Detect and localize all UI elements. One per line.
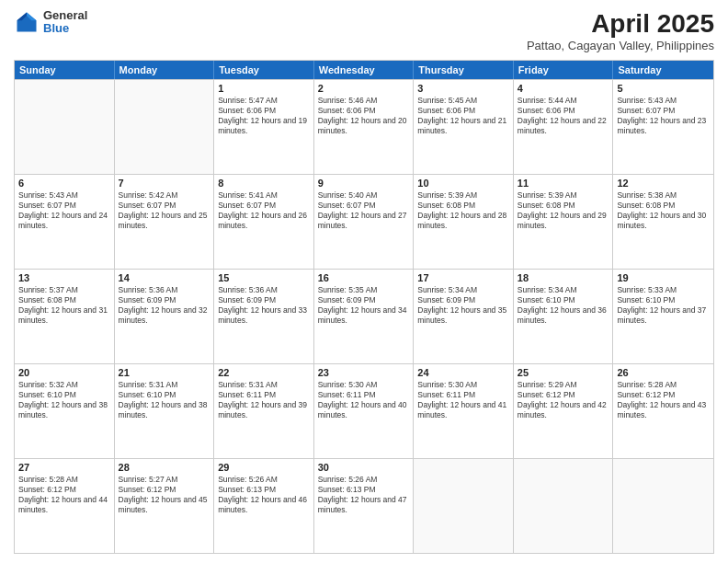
logo-general: General <box>43 9 87 22</box>
header: General Blue April 2025 Pattao, Cagayan … <box>14 9 714 52</box>
calendar-cell: 23Sunrise: 5:30 AM Sunset: 6:11 PM Dayli… <box>314 364 415 458</box>
cell-day-number: 10 <box>417 178 509 189</box>
calendar-cell <box>414 459 514 553</box>
cell-sun-info: Sunrise: 5:26 AM Sunset: 6:13 PM Dayligh… <box>218 475 310 515</box>
cell-day-number: 11 <box>518 178 609 189</box>
calendar-cell: 2Sunrise: 5:46 AM Sunset: 6:06 PM Daylig… <box>314 80 415 174</box>
cell-sun-info: Sunrise: 5:47 AM Sunset: 6:06 PM Dayligh… <box>218 96 310 136</box>
calendar-row-2: 6Sunrise: 5:43 AM Sunset: 6:07 PM Daylig… <box>15 174 713 269</box>
cell-day-number: 7 <box>119 178 210 189</box>
cell-sun-info: Sunrise: 5:26 AM Sunset: 6:13 PM Dayligh… <box>318 475 410 515</box>
cell-sun-info: Sunrise: 5:31 AM Sunset: 6:11 PM Dayligh… <box>218 380 310 420</box>
cell-day-number: 29 <box>218 462 310 473</box>
cell-sun-info: Sunrise: 5:31 AM Sunset: 6:10 PM Dayligh… <box>119 380 210 420</box>
cell-sun-info: Sunrise: 5:38 AM Sunset: 6:08 PM Dayligh… <box>617 190 710 231</box>
cell-sun-info: Sunrise: 5:30 AM Sunset: 6:11 PM Dayligh… <box>417 380 509 420</box>
page: General Blue April 2025 Pattao, Cagayan … <box>0 0 728 563</box>
cell-day-number: 5 <box>617 83 710 94</box>
calendar-cell: 10Sunrise: 5:39 AM Sunset: 6:08 PM Dayli… <box>414 175 514 269</box>
header-day-saturday: Saturday <box>613 61 713 79</box>
cell-day-number: 30 <box>318 462 410 473</box>
cell-day-number: 20 <box>18 367 110 378</box>
month-year: April 2025 <box>527 9 714 39</box>
cell-day-number: 12 <box>617 178 710 189</box>
cell-day-number: 28 <box>119 462 210 473</box>
calendar-cell: 3Sunrise: 5:45 AM Sunset: 6:06 PM Daylig… <box>414 80 514 174</box>
cell-sun-info: Sunrise: 5:43 AM Sunset: 6:07 PM Dayligh… <box>617 96 710 136</box>
cell-day-number: 27 <box>18 462 110 473</box>
calendar-cell: 8Sunrise: 5:41 AM Sunset: 6:07 PM Daylig… <box>214 175 314 269</box>
cell-day-number: 26 <box>617 367 710 378</box>
cell-day-number: 1 <box>218 83 310 94</box>
cell-day-number: 14 <box>119 272 210 283</box>
calendar-cell: 17Sunrise: 5:34 AM Sunset: 6:09 PM Dayli… <box>414 270 514 363</box>
calendar-cell: 19Sunrise: 5:33 AM Sunset: 6:10 PM Dayli… <box>613 270 713 363</box>
calendar-cell: 13Sunrise: 5:37 AM Sunset: 6:08 PM Dayli… <box>15 270 115 363</box>
cell-day-number: 9 <box>318 178 410 189</box>
cell-day-number: 21 <box>119 367 210 378</box>
header-day-friday: Friday <box>514 61 614 79</box>
calendar-cell: 18Sunrise: 5:34 AM Sunset: 6:10 PM Dayli… <box>514 270 614 363</box>
cell-day-number: 3 <box>417 83 509 94</box>
calendar-cell: 7Sunrise: 5:42 AM Sunset: 6:07 PM Daylig… <box>115 175 215 269</box>
title-block: April 2025 Pattao, Cagayan Valley, Phili… <box>527 9 714 52</box>
calendar-row-4: 20Sunrise: 5:32 AM Sunset: 6:10 PM Dayli… <box>15 363 713 458</box>
calendar-row-5: 27Sunrise: 5:28 AM Sunset: 6:12 PM Dayli… <box>15 458 713 553</box>
calendar-body: 1Sunrise: 5:47 AM Sunset: 6:06 PM Daylig… <box>15 79 713 553</box>
cell-sun-info: Sunrise: 5:42 AM Sunset: 6:07 PM Dayligh… <box>119 190 210 231</box>
calendar-cell: 24Sunrise: 5:30 AM Sunset: 6:11 PM Dayli… <box>414 364 514 458</box>
cell-sun-info: Sunrise: 5:46 AM Sunset: 6:06 PM Dayligh… <box>318 96 410 136</box>
cell-sun-info: Sunrise: 5:29 AM Sunset: 6:12 PM Dayligh… <box>518 380 609 420</box>
cell-day-number: 2 <box>318 83 410 94</box>
calendar-cell: 9Sunrise: 5:40 AM Sunset: 6:07 PM Daylig… <box>314 175 415 269</box>
calendar-cell <box>514 459 614 553</box>
cell-sun-info: Sunrise: 5:33 AM Sunset: 6:10 PM Dayligh… <box>617 285 710 326</box>
logo-blue: Blue <box>43 22 87 35</box>
calendar-header: SundayMondayTuesdayWednesdayThursdayFrid… <box>15 61 713 79</box>
header-day-monday: Monday <box>115 61 215 79</box>
cell-day-number: 8 <box>218 178 310 189</box>
calendar-cell: 28Sunrise: 5:27 AM Sunset: 6:12 PM Dayli… <box>115 459 215 553</box>
calendar-cell: 21Sunrise: 5:31 AM Sunset: 6:10 PM Dayli… <box>115 364 215 458</box>
logo: General Blue <box>14 9 87 36</box>
calendar-cell: 5Sunrise: 5:43 AM Sunset: 6:07 PM Daylig… <box>613 80 713 174</box>
cell-day-number: 18 <box>518 272 609 283</box>
cell-day-number: 13 <box>18 272 110 283</box>
cell-sun-info: Sunrise: 5:36 AM Sunset: 6:09 PM Dayligh… <box>119 285 210 326</box>
cell-day-number: 25 <box>518 367 609 378</box>
cell-day-number: 23 <box>318 367 410 378</box>
cell-sun-info: Sunrise: 5:44 AM Sunset: 6:06 PM Dayligh… <box>518 96 609 136</box>
calendar-cell: 6Sunrise: 5:43 AM Sunset: 6:07 PM Daylig… <box>15 175 115 269</box>
calendar-cell <box>115 80 215 174</box>
calendar: SundayMondayTuesdayWednesdayThursdayFrid… <box>14 60 714 554</box>
cell-sun-info: Sunrise: 5:39 AM Sunset: 6:08 PM Dayligh… <box>518 190 609 231</box>
header-day-tuesday: Tuesday <box>214 61 314 79</box>
cell-sun-info: Sunrise: 5:40 AM Sunset: 6:07 PM Dayligh… <box>318 190 410 231</box>
header-day-wednesday: Wednesday <box>314 61 415 79</box>
cell-sun-info: Sunrise: 5:34 AM Sunset: 6:09 PM Dayligh… <box>417 285 509 326</box>
calendar-cell: 15Sunrise: 5:36 AM Sunset: 6:09 PM Dayli… <box>214 270 314 363</box>
cell-sun-info: Sunrise: 5:37 AM Sunset: 6:08 PM Dayligh… <box>18 285 110 326</box>
calendar-cell: 25Sunrise: 5:29 AM Sunset: 6:12 PM Dayli… <box>514 364 614 458</box>
cell-sun-info: Sunrise: 5:28 AM Sunset: 6:12 PM Dayligh… <box>617 380 710 420</box>
calendar-row-3: 13Sunrise: 5:37 AM Sunset: 6:08 PM Dayli… <box>15 269 713 363</box>
cell-sun-info: Sunrise: 5:27 AM Sunset: 6:12 PM Dayligh… <box>119 475 210 515</box>
cell-sun-info: Sunrise: 5:35 AM Sunset: 6:09 PM Dayligh… <box>318 285 410 326</box>
calendar-cell: 26Sunrise: 5:28 AM Sunset: 6:12 PM Dayli… <box>613 364 713 458</box>
calendar-cell: 29Sunrise: 5:26 AM Sunset: 6:13 PM Dayli… <box>214 459 314 553</box>
header-day-thursday: Thursday <box>414 61 514 79</box>
calendar-cell: 27Sunrise: 5:28 AM Sunset: 6:12 PM Dayli… <box>15 459 115 553</box>
calendar-cell: 20Sunrise: 5:32 AM Sunset: 6:10 PM Dayli… <box>15 364 115 458</box>
logo-text: General Blue <box>43 9 87 36</box>
calendar-cell: 16Sunrise: 5:35 AM Sunset: 6:09 PM Dayli… <box>314 270 415 363</box>
logo-icon <box>14 9 40 35</box>
cell-day-number: 22 <box>218 367 310 378</box>
cell-day-number: 6 <box>18 178 110 189</box>
cell-day-number: 24 <box>417 367 509 378</box>
cell-day-number: 16 <box>318 272 410 283</box>
cell-day-number: 17 <box>417 272 509 283</box>
location: Pattao, Cagayan Valley, Philippines <box>527 39 714 52</box>
calendar-cell: 11Sunrise: 5:39 AM Sunset: 6:08 PM Dayli… <box>514 175 614 269</box>
cell-sun-info: Sunrise: 5:34 AM Sunset: 6:10 PM Dayligh… <box>518 285 609 326</box>
cell-sun-info: Sunrise: 5:43 AM Sunset: 6:07 PM Dayligh… <box>18 190 110 231</box>
